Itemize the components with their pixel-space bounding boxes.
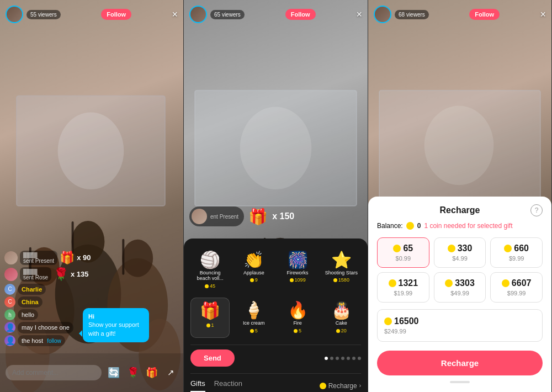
- coin-option-4[interactable]: 3303 $49.99: [434, 272, 486, 303]
- gift-icon[interactable]: 🎁: [145, 365, 159, 380]
- notif-count-2: x 135: [71, 270, 89, 278]
- dot-1: [325, 357, 328, 360]
- gift-notif-1: ████ sent Present 🎁 x 90: [4, 251, 179, 265]
- gift-notif-xcount: x 150: [272, 211, 294, 221]
- tooltip-line1: Hi: [88, 312, 144, 321]
- dots-indicator: [325, 357, 361, 360]
- gift-coins-3: 1580: [333, 277, 349, 283]
- panel-2: 65 viewers Follow × ent Present 🎁 x 150 …: [184, 0, 368, 392]
- comment-input[interactable]: [6, 365, 102, 380]
- recharge-link-label: Recharge: [328, 382, 357, 390]
- notif-emoji-1: 🎁: [60, 251, 75, 265]
- coin-amount-4: 3303: [439, 278, 481, 288]
- gift-notif-big-emoji: 🎁: [248, 208, 268, 226]
- coin-amount-5: 6607: [495, 278, 538, 288]
- coin-amount-3: 1321: [382, 278, 424, 288]
- gift-name-5: Ice cream: [243, 320, 265, 326]
- gift-item-3[interactable]: ⭐ Shooting Stars 1580: [322, 247, 361, 294]
- gift-item-6[interactable]: 🔥 Fire 5: [278, 298, 317, 338]
- gift-name-2: Fireworks: [287, 270, 309, 276]
- coin-option-1[interactable]: 330 $4.99: [434, 237, 486, 268]
- gift-coins-5: 5: [250, 328, 258, 333]
- gift-emoji-6: 🔥: [288, 302, 308, 319]
- coin-option-wide[interactable]: 16500 $249.99: [377, 309, 543, 342]
- notif-text-1: ████ sent Present: [20, 251, 57, 265]
- gift-coins-2: 1099: [290, 277, 306, 283]
- dot-7: [358, 357, 361, 360]
- chat-avatar-host: 👤: [4, 335, 15, 346]
- follow-button-3[interactable]: Follow: [469, 9, 500, 20]
- coin-price-0: $0.99: [382, 255, 424, 262]
- top-bar-2: 65 viewers Follow ×: [189, 6, 362, 23]
- chat-text-china: China: [18, 296, 43, 308]
- send-button[interactable]: Send: [190, 349, 235, 367]
- notif-avatar-2: [4, 268, 18, 281]
- chat-message-charlie: C Charlie: [4, 284, 179, 295]
- balance-row: Balance: 0 1 coin needed for selected gi…: [377, 222, 543, 230]
- recharge-action-button[interactable]: Recharge: [377, 351, 543, 375]
- coin-price-3: $19.99: [382, 290, 424, 296]
- tab-gifts[interactable]: Gifts: [190, 379, 205, 392]
- close-button-1[interactable]: ×: [172, 9, 178, 20]
- help-button[interactable]: ?: [530, 204, 543, 216]
- chat-text-charlie: Charlie: [18, 284, 46, 295]
- gift-name-0: Bouncing beach voll...: [193, 270, 227, 282]
- coin-option-2[interactable]: 660 $9.99: [490, 237, 543, 268]
- follow-button-1[interactable]: Follow: [101, 9, 131, 20]
- chat-avatar-hello: h: [4, 309, 15, 320]
- notif-emoji-2: 🌹: [54, 267, 68, 282]
- viewers-badge-3: 68 viewers: [395, 10, 429, 19]
- dot-5: [347, 357, 350, 360]
- gift-item-5[interactable]: 🍦 Ice cream 5: [234, 298, 273, 338]
- gift-coins-6: 5: [294, 328, 301, 333]
- gift-item-1[interactable]: 👏 Applause 9: [234, 247, 273, 294]
- tooltip-bubble: Hi Show your support with a gift!: [83, 308, 149, 342]
- gift-notif-label: ent Present: [210, 214, 238, 220]
- gifts-bottom: Send: [190, 345, 361, 371]
- coin-option-5[interactable]: 6607 $99.99: [490, 272, 543, 303]
- follow-button-2[interactable]: Follow: [285, 9, 316, 20]
- gift-notif-overlay: ent Present 🎁 x 150: [189, 206, 294, 226]
- gift-item-0[interactable]: 🏐 Bouncing beach voll... 45: [190, 247, 230, 294]
- rose-icon[interactable]: 🌹: [126, 365, 140, 380]
- gift-name-6: Fire: [293, 320, 302, 326]
- coin-price-2: $9.99: [495, 255, 538, 262]
- avatar-2: [189, 6, 207, 23]
- coin-option-3[interactable]: 1321 $19.99: [377, 272, 429, 303]
- bottom-bar-1: 🔄 🌹 🎁 ↗: [0, 353, 183, 392]
- avatar-1: [6, 6, 23, 23]
- coin-price-wide: $249.99: [384, 328, 535, 335]
- gift-emoji-3: ⭐: [331, 252, 352, 268]
- recharge-link[interactable]: Recharge ›: [320, 379, 361, 392]
- recharge-panel: Recharge ? Balance: 0 1 coin needed for …: [368, 197, 551, 392]
- balance-coin-icon: [406, 222, 414, 230]
- gift-item-2[interactable]: 🎆 Fireworks 1099: [278, 247, 317, 294]
- gifts-panel: 🏐 Bouncing beach voll... 45 👏 Applause 9…: [184, 239, 368, 392]
- tab-reaction[interactable]: Reaction: [214, 379, 242, 392]
- gift-name-7: Cake: [336, 320, 347, 326]
- recharge-chevron-icon: ›: [359, 383, 361, 389]
- chat-text-host: the host follow: [18, 335, 65, 346]
- share2-icon[interactable]: ↗: [164, 365, 178, 380]
- top-bar-3: 68 viewers Follow ×: [374, 6, 546, 23]
- viewers-badge-1: 55 viewers: [26, 10, 61, 19]
- gift-item-4[interactable]: 🎁 1: [190, 298, 230, 338]
- dot-2: [330, 357, 333, 360]
- close-button-2[interactable]: ×: [356, 9, 362, 20]
- dot-6: [352, 357, 355, 360]
- streamer-info-1: 55 viewers: [6, 6, 61, 23]
- balance-amount: 0: [417, 222, 421, 230]
- close-button-3[interactable]: ×: [540, 9, 546, 20]
- chat-avatar-charlie: C: [4, 284, 15, 295]
- top-bar-1: 55 viewers Follow ×: [6, 6, 178, 23]
- coin-option-0[interactable]: 65 $0.99: [377, 237, 429, 268]
- notif-avatar-1: [4, 251, 18, 264]
- gift-name-1: Applause: [243, 270, 264, 276]
- coin-amount-wide: 16500: [384, 316, 535, 326]
- streamer-info-3: 68 viewers: [374, 6, 429, 23]
- gift-item-7[interactable]: 🎂 Cake 20: [322, 298, 361, 338]
- share-icon[interactable]: 🔄: [107, 365, 121, 380]
- gift-emoji-1: 👏: [243, 252, 264, 268]
- svg-point-14: [240, 107, 312, 190]
- gift-emoji-2: 🎆: [288, 252, 308, 268]
